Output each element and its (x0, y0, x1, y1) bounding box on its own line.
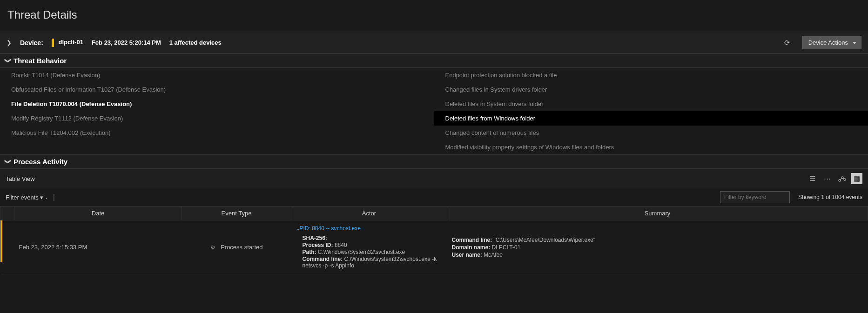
filter-events-button[interactable]: Filter events ▾ ⌄ (6, 194, 48, 201)
behavior-technique[interactable]: Obfuscated Files or Information T1027 (D… (0, 82, 434, 97)
summary-cell: Command line: "C:\Users\McAfee\Downloads… (447, 220, 868, 274)
gear-icon: ⚙ (210, 244, 215, 251)
caret-down-icon[interactable]: ⌄ (296, 226, 300, 231)
summary-dom-label: Domain name: (452, 244, 491, 251)
device-name-wrap: dlpclt-01 (52, 39, 83, 47)
device-bar: ❯ Device: dlpclt-01 Feb 23, 2022 5:20:14… (0, 32, 868, 53)
pid-link[interactable]: PID: 8840 -- svchost.exe (300, 225, 361, 232)
page-title: Threat Details (0, 0, 868, 32)
col-date[interactable]: Date (14, 206, 182, 220)
summary-dom-value: DLPCLT-01 (492, 244, 521, 251)
filter-bar: Filter events ▾ ⌄ | Showing 1 of 1004 ev… (0, 188, 868, 206)
severity-bar-icon (0, 220, 2, 262)
path-value: C:\Windows\System32\svchost.exe (318, 249, 405, 255)
behavior-technique[interactable]: Rootkit T1014 (Defense Evasion) (0, 68, 434, 82)
behavior-detail[interactable]: Changed content of numerous files (434, 126, 868, 140)
device-timestamp: Feb 23, 2022 5:20:14 PM (92, 39, 161, 46)
behavior-detail[interactable]: Endpoint protection solution blocked a f… (434, 68, 868, 82)
severity-cell (0, 220, 14, 274)
summary-user-label: User name: (452, 252, 482, 258)
col-event-type[interactable]: Event Type (182, 206, 291, 220)
behavior-technique[interactable]: File Deletion T1070.004 (Defense Evasion… (0, 97, 434, 111)
pid-value: 8840 (335, 242, 347, 248)
event-type: ⚙ Process started (182, 220, 291, 274)
showing-count: Showing 1 of 1004 events (798, 194, 862, 200)
event-date: Feb 23, 2022 5:15:33 PM (14, 220, 182, 274)
behavior-detail[interactable]: Deleted files in System drivers folder (434, 97, 868, 111)
summary-user-value: McAfee (484, 252, 503, 258)
threat-behavior-header[interactable]: ❯ Threat Behavior (0, 53, 868, 68)
event-type-label: Process started (221, 244, 262, 251)
svg-point-0 (839, 180, 841, 181)
list-view-icon[interactable]: ☰ (807, 173, 818, 184)
col-expander (0, 206, 14, 220)
chevron-down-icon: ❯ (5, 159, 12, 164)
actor-details: SHA-256: Process ID: 8840 Path: C:\Windo… (296, 232, 443, 269)
behavior-technique[interactable]: Modify Registry T1112 (Defense Evasion) (0, 111, 434, 126)
threat-behavior-body: Rootkit T1014 (Defense Evasion) Obfuscat… (0, 68, 868, 154)
refresh-icon[interactable]: ⟳ (781, 37, 794, 49)
caret-down-icon: ⌄ (45, 195, 48, 200)
filter-icon: ▾ (40, 194, 43, 201)
chevron-down-icon: ❯ (5, 58, 12, 63)
affected-devices: 1 affected devices (169, 39, 222, 46)
process-activity-title: Process Activity (13, 158, 67, 166)
view-tools: ☰ ⋯ ▦ (807, 173, 862, 184)
device-name: dlpclt-01 (58, 39, 83, 46)
behavior-left-list: Rootkit T1014 (Defense Evasion) Obfuscat… (0, 68, 434, 154)
threat-behavior-title: Threat Behavior (13, 57, 67, 65)
summary-cmd-label: Command line: (452, 237, 492, 243)
behavior-technique[interactable]: Malicious File T1204.002 (Execution) (0, 126, 434, 140)
graph-view-icon[interactable] (836, 173, 848, 184)
table-view-bar: Table View ☰ ⋯ ▦ (0, 169, 868, 188)
device-label: Device: (20, 39, 43, 47)
col-summary[interactable]: Summary (447, 206, 868, 220)
path-label: Path: (303, 249, 316, 255)
behavior-detail[interactable]: Modified visibility property settings of… (434, 140, 868, 154)
chevron-right-icon[interactable]: ❯ (7, 39, 12, 46)
col-actor[interactable]: Actor (291, 206, 447, 220)
pid-label: Process ID: (303, 242, 333, 248)
grid-view-icon[interactable]: ▦ (851, 173, 862, 184)
actor-cell: ⌄PID: 8840 -- svchost.exe SHA-256: Proce… (291, 220, 447, 274)
severity-bar-icon (52, 39, 54, 47)
sha-label: SHA-256: (303, 235, 327, 241)
filter-events-label: Filter events (6, 194, 39, 201)
more-icon[interactable]: ⋯ (821, 173, 833, 184)
svg-line-4 (843, 178, 844, 179)
table-row[interactable]: Feb 23, 2022 5:15:33 PM ⚙ Process starte… (0, 220, 868, 274)
behavior-detail[interactable]: Deleted files from Windows folder (434, 111, 868, 126)
behavior-right-list: Endpoint protection solution blocked a f… (434, 68, 868, 154)
svg-line-3 (841, 179, 842, 180)
table-view-label: Table View (6, 175, 35, 182)
keyword-filter-input[interactable] (720, 191, 790, 203)
behavior-detail[interactable]: Changed files in System drivers folder (434, 82, 868, 97)
cmd-label: Command line: (303, 256, 343, 262)
summary-cmd-value: "C:\Users\McAfee\Downloads\Wiper.exe" (494, 237, 596, 243)
events-table: Date Event Type Actor Summary Feb 23, 20… (0, 206, 868, 274)
device-actions-button[interactable]: Device Actions (802, 36, 861, 49)
filter-cursor: | (53, 193, 55, 201)
process-activity-header[interactable]: ❯ Process Activity (0, 154, 868, 169)
